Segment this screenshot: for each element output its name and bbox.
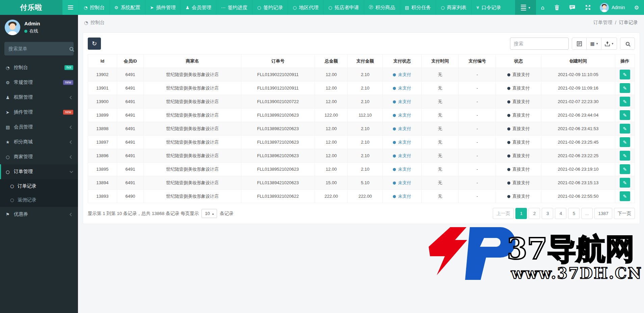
settings-button[interactable]: ⚙︎ bbox=[629, 0, 644, 15]
nav-item[interactable]: ◔ 控制台 bbox=[79, 0, 109, 15]
tasks-icon: ▤ bbox=[405, 5, 409, 10]
edit-button[interactable]: ✎ bbox=[620, 137, 630, 147]
nav-item-label: 积分商品 bbox=[376, 4, 395, 11]
nav-item-label: 地区代理 bbox=[299, 4, 319, 11]
nav-item[interactable]: ➤ 插件管理 bbox=[145, 0, 181, 15]
search-icon bbox=[70, 47, 73, 51]
user-menu[interactable]: Admin bbox=[596, 0, 629, 15]
home-button[interactable]: ⌂ bbox=[536, 0, 549, 15]
status-dot-icon bbox=[393, 73, 396, 76]
cell-total: 12.00 bbox=[315, 163, 348, 176]
navbar-menu: ◔ 控制台 ⚙︎ 系统配置 ➤ 插件管理 ♟︎ 会员管理 ⋯ 签约进度 bbox=[79, 0, 506, 15]
edit-button[interactable]: ✎ bbox=[620, 110, 630, 120]
nav-item[interactable]: ○ 地区代理 bbox=[288, 0, 323, 15]
page-link[interactable]: 5 bbox=[568, 208, 580, 219]
edit-button[interactable]: ✎ bbox=[620, 83, 630, 93]
sidebar-subitem[interactable]: ○ 返佣记录 bbox=[0, 193, 78, 207]
breadcrumb-left[interactable]: ◔ 控制台 bbox=[84, 20, 105, 26]
gear-icon: ⚙︎ bbox=[634, 4, 639, 11]
column-header: 支付状态 bbox=[383, 54, 422, 68]
nav-item[interactable]: ▤ 积分任务 bbox=[400, 0, 436, 15]
nav-item[interactable]: ○ 商家列表 bbox=[436, 0, 471, 15]
sidebar-item[interactable]: ⚙︎ 常规管理 new bbox=[0, 75, 78, 90]
page-link[interactable]: 上一页 bbox=[493, 208, 514, 219]
refresh-button[interactable]: ↻ bbox=[88, 38, 101, 50]
cell-created: 2021-02-09 11:09:16 bbox=[541, 81, 615, 95]
page-size-select[interactable]: 10 ▴ bbox=[202, 209, 217, 218]
column-header: 创建时间 bbox=[541, 54, 615, 68]
edit-icon: ✎ bbox=[623, 167, 627, 172]
messages-button[interactable] bbox=[564, 0, 580, 15]
nav-item-label: 控制台 bbox=[90, 4, 105, 11]
sidebar-item[interactable]: ◔ 控制台 hot bbox=[0, 60, 78, 75]
page-link[interactable]: 4 bbox=[555, 208, 566, 219]
nav-item[interactable]: ⋯ 签约进度 bbox=[216, 0, 252, 15]
sidebar-item[interactable]: ➤ 插件管理 new bbox=[0, 105, 78, 120]
page-link[interactable]: 3 bbox=[542, 208, 553, 219]
sidebar-search-input[interactable] bbox=[8, 46, 70, 51]
sidebar-item[interactable]: ○ 商家管理 bbox=[0, 149, 78, 164]
sidebar-item-label: 积分商城 bbox=[14, 139, 70, 145]
page-link[interactable]: 1 bbox=[515, 208, 527, 219]
sidebar-item[interactable]: ○ 订单管理 bbox=[0, 164, 78, 179]
cell-pay-status: 未支付 bbox=[383, 81, 422, 95]
table-row: 13902 6491 世纪陆壹捌美妆形象设计店 FLL0139022102091… bbox=[88, 68, 635, 81]
edit-icon: ✎ bbox=[623, 126, 627, 131]
gears-icon: ⚙︎ bbox=[6, 80, 14, 85]
app-logo[interactable]: 付乐啦 bbox=[0, 0, 62, 15]
page-link[interactable]: 2 bbox=[529, 208, 540, 219]
nav-item[interactable]: ○ 签约记录 bbox=[252, 0, 288, 15]
cell-merchant: 世纪陆壹捌美妆形象设计店 bbox=[144, 81, 241, 95]
nav-item[interactable]: Ⓟ 积分商品 bbox=[364, 0, 400, 15]
edit-button[interactable]: ✎ bbox=[620, 97, 630, 106]
column-header: 支付金额 bbox=[348, 54, 383, 68]
status-dot-icon bbox=[507, 114, 510, 117]
edit-button[interactable]: ✎ bbox=[620, 191, 630, 201]
sidebar-item[interactable]: ★ 积分商城 bbox=[0, 135, 78, 149]
search-button[interactable] bbox=[620, 38, 635, 50]
page-link[interactable]: ... bbox=[581, 208, 593, 219]
edit-button[interactable]: ✎ bbox=[620, 151, 630, 161]
edit-button[interactable]: ✎ bbox=[620, 164, 630, 174]
orders-panel: ↻ ▦ ▾ ▾ bbox=[83, 32, 640, 224]
nav-item[interactable]: ¥ 口令记录 bbox=[471, 0, 506, 15]
sidebar-toggle-button[interactable] bbox=[62, 0, 79, 15]
breadcrumb-parent[interactable]: 订单管理 bbox=[593, 20, 612, 26]
detail-view-button[interactable] bbox=[572, 38, 587, 50]
cell-id: 13893 bbox=[88, 190, 117, 203]
nav-item[interactable]: ○ 拓店者申请 bbox=[323, 0, 364, 15]
cell-paid: 222.00 bbox=[348, 190, 383, 203]
table-search-input[interactable] bbox=[510, 38, 569, 50]
sidebar-item[interactable]: ♟︎ 权限管理 bbox=[0, 90, 78, 105]
sidebar-item[interactable]: ▤ 会员管理 bbox=[0, 120, 78, 135]
edit-button[interactable]: ✎ bbox=[620, 124, 630, 134]
cell-status: 直接支付 bbox=[496, 109, 541, 122]
cell-created: 2021-02-09 11:10:05 bbox=[541, 68, 615, 81]
columns-button[interactable]: ▦ ▾ bbox=[587, 38, 601, 50]
page-link[interactable]: 下一页 bbox=[614, 208, 635, 219]
page-link[interactable]: 1387 bbox=[594, 208, 612, 219]
cell-created: 2021-02-06 22:55:50 bbox=[541, 190, 615, 203]
sidebar-item-label: 会员管理 bbox=[14, 124, 70, 130]
sidebar-item-label: 控制台 bbox=[14, 65, 64, 71]
sidebar-subitem[interactable]: ○ 订单记录 bbox=[0, 179, 78, 193]
edit-button[interactable]: ✎ bbox=[620, 70, 630, 79]
sidebar-item[interactable]: ⚑ 优惠券 bbox=[0, 207, 78, 222]
nav-item[interactable]: ⚙︎ 系统配置 bbox=[109, 0, 145, 15]
top-navbar: 付乐啦 ◔ 控制台 ⚙︎ 系统配置 ➤ 插件管理 ♟︎ 会员管理 bbox=[0, 0, 644, 15]
cell-created: 2021-02-06 23:22:25 bbox=[541, 149, 615, 163]
menu-dropdown-button[interactable]: ▾ bbox=[515, 0, 536, 15]
edit-icon: ✎ bbox=[623, 153, 627, 159]
export-button[interactable]: ▾ bbox=[601, 38, 617, 50]
cell-pay-no: - bbox=[459, 190, 496, 203]
search-icon bbox=[626, 42, 629, 46]
cell-pay-time: 无 bbox=[422, 109, 459, 122]
fullscreen-button[interactable] bbox=[580, 0, 596, 15]
status-dot-icon bbox=[393, 114, 396, 117]
edit-button[interactable]: ✎ bbox=[620, 178, 630, 188]
cell-order-no: FLL01389621020623 bbox=[241, 149, 315, 163]
clear-cache-button[interactable] bbox=[549, 0, 564, 15]
cell-member-id: 6491 bbox=[117, 163, 143, 176]
edit-icon: ✎ bbox=[623, 99, 627, 104]
nav-item[interactable]: ♟︎ 会员管理 bbox=[180, 0, 216, 15]
